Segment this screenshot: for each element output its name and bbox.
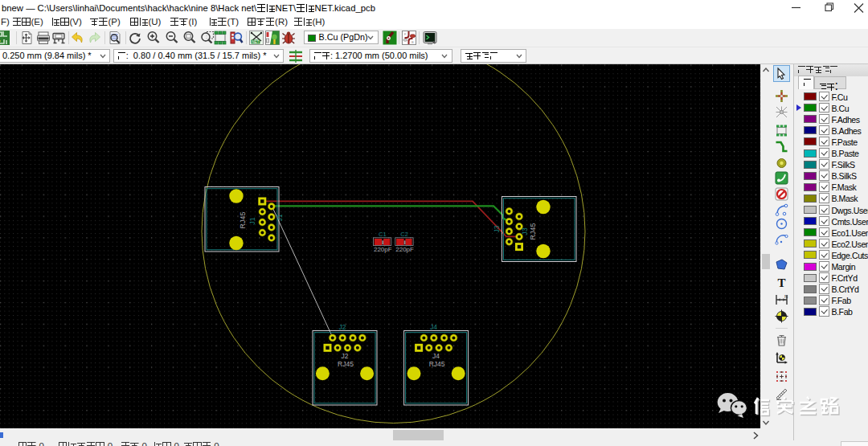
svg-text:T: T	[777, 276, 785, 289]
svg-text:RJ45: RJ45	[529, 223, 537, 239]
svg-text:RJ45: RJ45	[429, 360, 445, 368]
svg-text:J3: J3	[493, 225, 501, 232]
svg-text:J2: J2	[342, 352, 349, 360]
svg-text:J3: J3	[521, 227, 529, 235]
svg-text:220pF: 220pF	[374, 246, 392, 253]
svg-text:220pF: 220pF	[395, 246, 414, 253]
svg-text:C1: C1	[379, 231, 387, 238]
svg-text:N: N	[784, 294, 788, 299]
svg-text:J1: J1	[276, 214, 284, 221]
svg-text:RJ45: RJ45	[239, 211, 247, 228]
svg-text:RJ45: RJ45	[338, 360, 354, 368]
svg-text:J4: J4	[430, 323, 437, 331]
svg-text:J1: J1	[248, 217, 256, 225]
svg-text:C2: C2	[400, 231, 408, 238]
svg-text:B: B	[411, 40, 414, 44]
svg-text:J4: J4	[432, 352, 440, 360]
svg-text:J2: J2	[339, 323, 346, 331]
svg-text:NET: NET	[252, 40, 259, 44]
